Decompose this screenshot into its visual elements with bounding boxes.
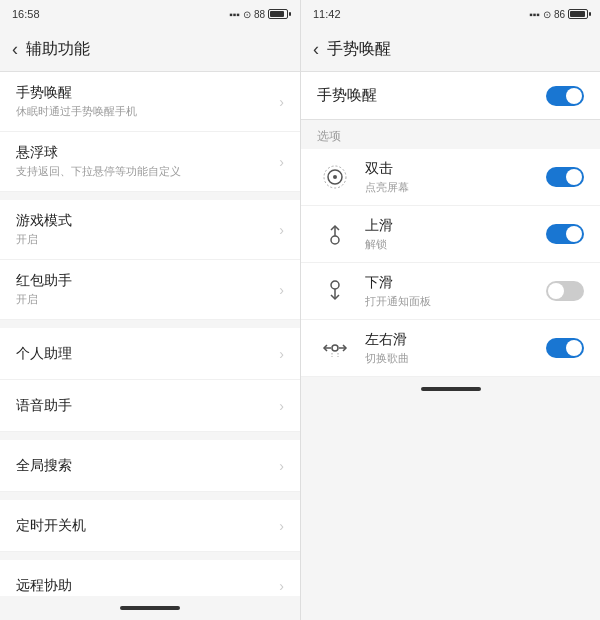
gesture-list: 双击点亮屏幕 上滑解锁 下滑打开通知面板 左右滑切换歌曲 bbox=[301, 149, 600, 377]
chevron-icon-4: › bbox=[279, 346, 284, 362]
chevron-icon-3: › bbox=[279, 282, 284, 298]
chevron-icon-5: › bbox=[279, 398, 284, 414]
settings-item-3[interactable]: 红包助手开启› bbox=[0, 260, 300, 320]
chevron-icon-8: › bbox=[279, 578, 284, 594]
gesture-text-1: 上滑解锁 bbox=[365, 217, 546, 252]
right-status-icons: ▪▪▪ ⊙ 86 bbox=[529, 9, 588, 20]
gesture-text-2: 下滑打开通知面板 bbox=[365, 274, 546, 309]
settings-item-2[interactable]: 游戏模式开启› bbox=[0, 200, 300, 260]
right-page-title: 手势唤醒 bbox=[327, 39, 391, 60]
settings-item-0[interactable]: 手势唤醒休眠时通过手势唤醒手机› bbox=[0, 72, 300, 132]
left-header: ‹ 辅助功能 bbox=[0, 28, 300, 72]
battery-icon-left bbox=[268, 9, 288, 19]
right-time: 11:42 bbox=[313, 8, 341, 20]
gesture-subtitle-1: 解锁 bbox=[365, 237, 546, 252]
gesture-text-3: 左右滑切换歌曲 bbox=[365, 331, 546, 366]
settings-item-title-8: 远程协助 bbox=[16, 577, 72, 595]
left-status-bar: 16:58 ▪▪▪ ⊙ 88 bbox=[0, 0, 300, 28]
gesture-title-3: 左右滑 bbox=[365, 331, 546, 349]
gesture-subtitle-0: 点亮屏幕 bbox=[365, 180, 546, 195]
right-back-button[interactable]: ‹ bbox=[313, 39, 319, 60]
settings-item-7[interactable]: 定时开关机› bbox=[0, 500, 300, 552]
main-toggle-switch[interactable] bbox=[546, 86, 584, 106]
right-status-bar: 11:42 ▪▪▪ ⊙ 86 bbox=[301, 0, 600, 28]
home-indicator-left bbox=[120, 606, 180, 610]
settings-item-4[interactable]: 个人助理› bbox=[0, 328, 300, 380]
chevron-icon-0: › bbox=[279, 94, 284, 110]
settings-item-title-2: 游戏模式 bbox=[16, 212, 72, 230]
right-panel: 11:42 ▪▪▪ ⊙ 86 ‹ 手势唤醒 手势唤醒 选项 双击点亮屏幕 bbox=[301, 0, 600, 620]
settings-item-subtitle-3: 开启 bbox=[16, 292, 72, 307]
left-status-icons: ▪▪▪ ⊙ 88 bbox=[229, 9, 288, 20]
gesture-item-2[interactable]: 下滑打开通知面板 bbox=[301, 263, 600, 320]
chevron-icon-1: › bbox=[279, 154, 284, 170]
svg-point-2 bbox=[333, 175, 337, 179]
main-toggle-label: 手势唤醒 bbox=[317, 86, 377, 105]
gesture-icon-double-tap bbox=[317, 159, 353, 195]
gesture-subtitle-2: 打开通知面板 bbox=[365, 294, 546, 309]
chevron-icon-2: › bbox=[279, 222, 284, 238]
gesture-item-1[interactable]: 上滑解锁 bbox=[301, 206, 600, 263]
left-panel: 16:58 ▪▪▪ ⊙ 88 ‹ 辅助功能 手势唤醒休眠时通过手势唤醒手机›悬浮… bbox=[0, 0, 300, 620]
gesture-text-0: 双击点亮屏幕 bbox=[365, 160, 546, 195]
gesture-toggle-0[interactable] bbox=[546, 167, 584, 187]
left-page-title: 辅助功能 bbox=[26, 39, 90, 60]
right-bottom-bar bbox=[301, 377, 600, 401]
left-time: 16:58 bbox=[12, 8, 40, 20]
settings-item-5[interactable]: 语音助手› bbox=[0, 380, 300, 432]
left-settings-list: 手势唤醒休眠时通过手势唤醒手机›悬浮球支持返回、下拉悬停等功能自定义›游戏模式开… bbox=[0, 72, 300, 596]
chevron-icon-7: › bbox=[279, 518, 284, 534]
settings-item-subtitle-0: 休眠时通过手势唤醒手机 bbox=[16, 104, 137, 119]
settings-item-subtitle-1: 支持返回、下拉悬停等功能自定义 bbox=[16, 164, 181, 179]
battery-text-left: 88 bbox=[254, 9, 265, 20]
gesture-item-3[interactable]: 左右滑切换歌曲 bbox=[301, 320, 600, 377]
settings-item-title-0: 手势唤醒 bbox=[16, 84, 137, 102]
options-section-header: 选项 bbox=[301, 120, 600, 149]
battery-icon-right bbox=[568, 9, 588, 19]
svg-point-5 bbox=[331, 281, 339, 289]
gesture-title-0: 双击 bbox=[365, 160, 546, 178]
svg-point-3 bbox=[331, 236, 339, 244]
signal-icon: ▪▪▪ bbox=[229, 9, 240, 20]
gesture-item-0[interactable]: 双击点亮屏幕 bbox=[301, 149, 600, 206]
main-toggle-row: 手势唤醒 bbox=[301, 72, 600, 120]
gesture-title-1: 上滑 bbox=[365, 217, 546, 235]
settings-item-subtitle-2: 开启 bbox=[16, 232, 72, 247]
left-bottom-bar bbox=[0, 596, 300, 620]
home-indicator-right bbox=[421, 387, 481, 391]
gesture-icon-swipe-down bbox=[317, 273, 353, 309]
settings-item-title-3: 红包助手 bbox=[16, 272, 72, 290]
settings-item-title-6: 全局搜索 bbox=[16, 457, 72, 475]
settings-item-8[interactable]: 远程协助› bbox=[0, 560, 300, 596]
gesture-toggle-1[interactable] bbox=[546, 224, 584, 244]
wifi-icon: ⊙ bbox=[243, 9, 251, 20]
gesture-icon-swipe-lr bbox=[317, 330, 353, 366]
svg-point-7 bbox=[332, 345, 338, 351]
gesture-toggle-2[interactable] bbox=[546, 281, 584, 301]
settings-item-title-5: 语音助手 bbox=[16, 397, 72, 415]
settings-item-1[interactable]: 悬浮球支持返回、下拉悬停等功能自定义› bbox=[0, 132, 300, 192]
right-header: ‹ 手势唤醒 bbox=[301, 28, 600, 72]
right-signal-icon: ▪▪▪ bbox=[529, 9, 540, 20]
chevron-icon-6: › bbox=[279, 458, 284, 474]
gesture-subtitle-3: 切换歌曲 bbox=[365, 351, 546, 366]
settings-item-title-1: 悬浮球 bbox=[16, 144, 181, 162]
right-battery-text: 86 bbox=[554, 9, 565, 20]
gesture-title-2: 下滑 bbox=[365, 274, 546, 292]
settings-item-title-7: 定时开关机 bbox=[16, 517, 86, 535]
settings-item-6[interactable]: 全局搜索› bbox=[0, 440, 300, 492]
gesture-icon-swipe-up bbox=[317, 216, 353, 252]
gesture-toggle-3[interactable] bbox=[546, 338, 584, 358]
settings-item-title-4: 个人助理 bbox=[16, 345, 72, 363]
right-wifi-icon: ⊙ bbox=[543, 9, 551, 20]
left-back-button[interactable]: ‹ bbox=[12, 39, 18, 60]
